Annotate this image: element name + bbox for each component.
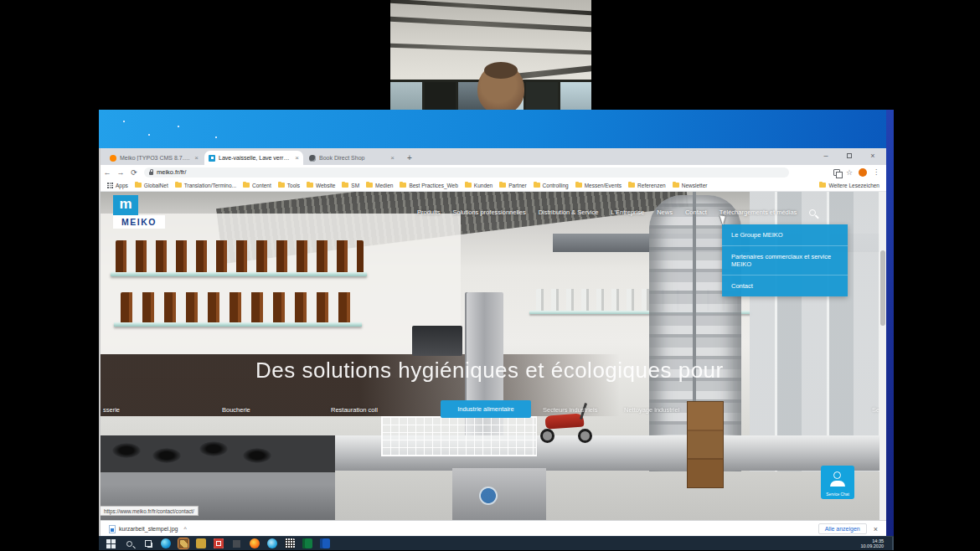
bookmarks-more[interactable]: Weitere Lesezeichen <box>819 183 879 188</box>
ceiling-beam <box>390 0 591 16</box>
bookmark-folder[interactable]: Referenzen <box>628 183 666 188</box>
participant-head <box>477 64 524 110</box>
bookmark-folder[interactable]: Medien <box>366 183 393 188</box>
category-industrie-alimentaire-button[interactable]: Industrie alimentaire <box>441 400 531 418</box>
window-pane <box>425 82 456 110</box>
category-secteurs[interactable]: Secteurs industriels <box>543 406 597 414</box>
dropdown-item-groupe[interactable]: Le Groupe MEIKO <box>722 224 848 245</box>
hero-glass-shelf <box>114 322 362 327</box>
start-button[interactable] <box>106 538 116 549</box>
hero-title: Des solutions hygiéniques et écologiques… <box>255 358 859 384</box>
tab-close-icon[interactable]: × <box>295 154 299 162</box>
menu-dots-icon[interactable]: ⋮ <box>873 168 879 176</box>
jpg-file-icon <box>109 525 116 533</box>
tab-close-icon[interactable]: × <box>194 154 199 162</box>
taskbar-edge-icon[interactable] <box>161 538 171 548</box>
folder-icon <box>135 183 142 188</box>
nav-item-solutions[interactable]: Solutions professionnelles <box>453 209 526 216</box>
bookmark-folder[interactable]: Messen/Events <box>575 183 622 188</box>
taskbar-active-app-icon[interactable] <box>178 538 188 548</box>
nav-item-telechargements[interactable]: Téléchargements et médias <box>720 209 797 216</box>
bookmark-folder[interactable]: Tools <box>278 183 300 188</box>
bookmarks-bar: Apps GlobalNet Translation/Termino... Co… <box>101 179 886 192</box>
taskbar-clock[interactable]: 14:35 10.09.2020 <box>860 538 894 549</box>
category-boucherie[interactable]: Boucherie <box>222 406 250 414</box>
nav-item-entreprise[interactable]: L'Entreprise <box>611 209 644 216</box>
minimize-button[interactable]: – <box>814 148 838 163</box>
category-restauration[interactable]: Restauration coll <box>331 406 378 414</box>
window-controls: – × <box>814 148 885 163</box>
bookmark-folder[interactable]: Website <box>307 183 335 188</box>
category-patisserie[interactable]: sserie <box>103 406 120 414</box>
bookmark-folder[interactable]: Content <box>243 183 271 188</box>
close-button[interactable]: × <box>861 148 885 163</box>
download-item[interactable]: kurzarbeit_stempel.jpg ^ <box>109 525 187 533</box>
translate-icon[interactable] <box>833 169 840 176</box>
bookmark-folder[interactable]: Translation/Termino... <box>175 183 236 188</box>
page-scrollbar[interactable] <box>879 192 886 520</box>
taskbar-qr-app-icon[interactable] <box>285 538 295 548</box>
show-all-downloads-button[interactable]: Alle anzeigen <box>818 523 867 534</box>
nav-item-news[interactable]: News <box>657 209 673 216</box>
meiko-logo[interactable]: m MEIKO <box>113 195 165 229</box>
browser-window: Meiko [TYPO3 CMS 8.7.36] × Lave-vaissell… <box>101 148 886 537</box>
search-icon[interactable] <box>809 209 816 216</box>
window-pane <box>526 82 558 110</box>
profile-avatar[interactable] <box>859 168 867 177</box>
address-bar[interactable]: meiko.fr/fr/ <box>144 167 789 178</box>
bookmark-apps[interactable]: Apps <box>107 183 128 188</box>
bookmark-folder[interactable]: Newsletter <box>673 183 708 188</box>
tab-close-icon[interactable]: × <box>390 154 395 162</box>
bookmark-folder[interactable]: SM <box>342 183 359 188</box>
bookmark-folder[interactable]: Controlling <box>534 183 569 188</box>
service-chat-button[interactable]: Service Chat <box>821 466 854 499</box>
bookmark-folder[interactable]: Best Practices_Web <box>400 183 457 188</box>
bookmark-folder[interactable]: Partner <box>499 183 526 188</box>
hero-coffee-machine <box>412 326 462 356</box>
tab-strip: Meiko [TYPO3 CMS 8.7.36] × Lave-vaissell… <box>101 148 886 165</box>
new-tab-button[interactable]: + <box>404 152 415 163</box>
chevron-up-icon[interactable]: ^ <box>183 526 186 532</box>
nav-item-distribution[interactable]: Distribution & Service <box>539 209 599 216</box>
bookmark-folder[interactable]: GlobalNet <box>135 183 168 188</box>
taskbar-app-icon[interactable] <box>214 538 224 548</box>
tab-title: Lave-vaisselle, Lave verres, Lave <box>219 155 291 161</box>
taskbar-app-icon[interactable] <box>267 538 277 548</box>
show-desktop-button[interactable] <box>892 537 894 550</box>
tab-meiko-active[interactable]: Lave-vaisselle, Lave verres, Lave × <box>204 151 303 165</box>
bookmark-star-icon[interactable]: ☆ <box>846 169 853 176</box>
tab-typo3[interactable]: Meiko [TYPO3 CMS 8.7.36] × <box>106 151 203 165</box>
dropdown-item-contact[interactable]: Contact <box>722 275 848 296</box>
folder-icon <box>400 183 406 188</box>
taskbar-app-icon[interactable] <box>196 538 206 548</box>
stove-burner <box>199 441 228 456</box>
task-view-button[interactable] <box>142 538 153 549</box>
stove-burner <box>152 448 181 463</box>
taskbar-word-icon[interactable] <box>320 538 330 548</box>
dropdown-item-partenaires[interactable]: Partenaires commerciaux et service MEIKO <box>722 245 848 275</box>
downloads-close-icon[interactable]: × <box>874 525 878 533</box>
nav-item-contact[interactable]: Contact <box>685 209 707 216</box>
folder-icon <box>673 183 679 188</box>
category-nettoyage[interactable]: Nettoyage industriel <box>624 406 679 414</box>
folder-icon <box>575 183 582 188</box>
hero-dish-rack <box>381 416 537 456</box>
nav-item-produits[interactable]: Produits <box>417 209 441 216</box>
forward-icon[interactable]: → <box>114 168 127 177</box>
category-cut[interactable]: Se <box>872 406 879 414</box>
stove-burner <box>243 448 271 463</box>
tab-book-direct-shop[interactable]: Book Direct Shop × <box>305 151 399 165</box>
maximize-button[interactable] <box>838 148 861 163</box>
scrollbar-thumb[interactable] <box>880 250 885 326</box>
reload-icon[interactable]: ⟳ <box>127 168 141 177</box>
taskbar-firefox-icon[interactable] <box>250 538 260 548</box>
back-icon[interactable]: ← <box>101 168 114 177</box>
tab-title: Book Direct Shop <box>319 155 387 161</box>
taskbar-excel-icon[interactable] <box>302 538 312 548</box>
folder-icon <box>307 183 313 188</box>
taskbar-search-button[interactable] <box>124 538 135 549</box>
folder-icon <box>628 183 635 188</box>
folder-icon <box>499 183 506 188</box>
bookmark-folder[interactable]: Kunden <box>465 183 493 188</box>
taskbar-app-icon[interactable] <box>231 538 242 549</box>
